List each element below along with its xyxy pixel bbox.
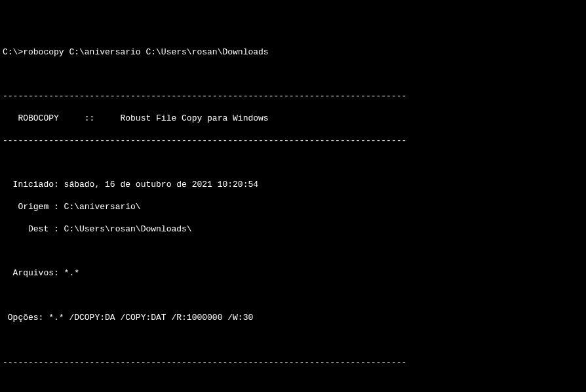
header-files: Arquivos: *.* — [3, 268, 586, 279]
blank-line — [3, 290, 586, 302]
separator: ----------------------------------------… — [3, 357, 586, 368]
separator: ----------------------------------------… — [3, 91, 586, 102]
blank-line — [3, 335, 586, 346]
blank-line — [3, 69, 586, 80]
header-started: Iniciado: sábado, 16 de outubro de 2021 … — [3, 180, 586, 191]
header-dest: Dest : C:\Users\rosan\Downloads\ — [3, 224, 586, 235]
blank-line — [3, 379, 586, 390]
banner: ROBOCOPY :: Robust File Copy para Window… — [3, 113, 586, 125]
blank-line — [3, 246, 586, 258]
header-source: Origem : C:\aniversario\ — [3, 202, 586, 213]
command-prompt: C:\>robocopy C:\aniversario C:\Users\ros… — [3, 47, 586, 58]
header-options: Opções: *.* /DCOPY:DA /COPY:DAT /R:10000… — [3, 313, 586, 324]
separator: ----------------------------------------… — [3, 136, 586, 147]
blank-line — [3, 157, 586, 168]
